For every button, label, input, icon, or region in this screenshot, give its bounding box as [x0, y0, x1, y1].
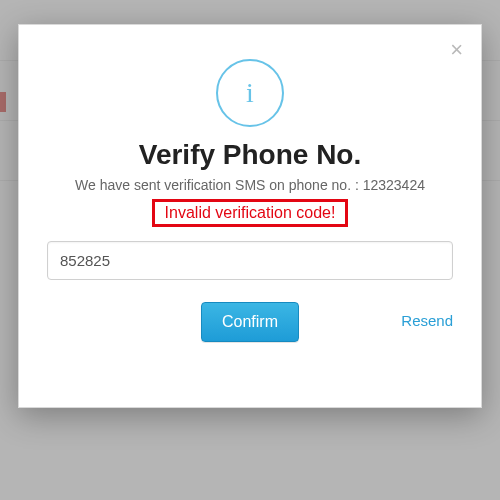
phone-number: 12323424	[363, 177, 425, 193]
app-canvas: × i Verify Phone No. We have sent verifi…	[0, 0, 500, 500]
subtitle-text: We have sent verification SMS on phone n…	[75, 177, 363, 193]
info-icon: i	[216, 59, 284, 127]
modal-title: Verify Phone No.	[47, 139, 453, 171]
modal-actions: Confirm Resend	[47, 302, 453, 346]
modal-subtitle: We have sent verification SMS on phone n…	[47, 177, 453, 193]
verification-code-input[interactable]	[47, 241, 453, 280]
close-icon[interactable]: ×	[450, 39, 463, 61]
verify-phone-modal: × i Verify Phone No. We have sent verifi…	[18, 24, 482, 408]
error-message: Invalid verification code!	[152, 199, 349, 227]
info-icon-glyph: i	[246, 77, 254, 109]
confirm-button[interactable]: Confirm	[201, 302, 299, 342]
resend-link[interactable]: Resend	[401, 312, 453, 329]
